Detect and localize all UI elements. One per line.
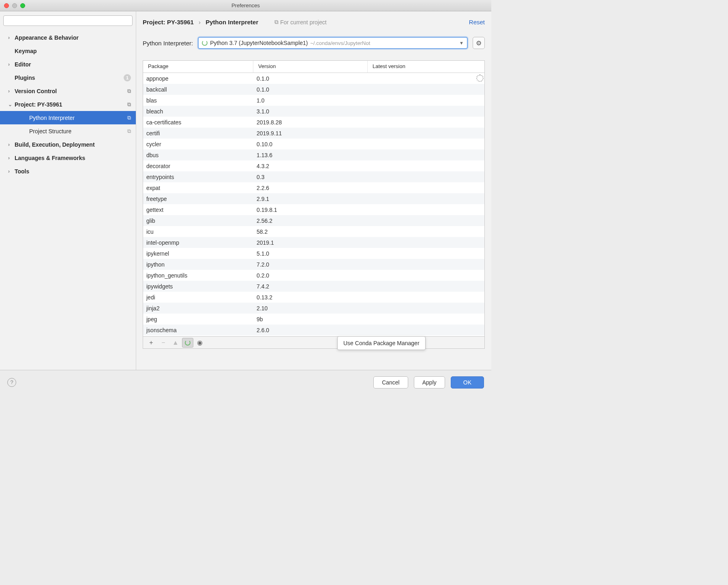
table-row[interactable]: icu58.2 <box>143 226 484 237</box>
badge: 1 <box>124 74 131 81</box>
cell-package: ipython <box>143 261 253 268</box>
table-header: Package Version Latest version <box>143 61 484 73</box>
window-minimize-button[interactable] <box>12 3 17 8</box>
gear-icon: ⚙ <box>476 39 482 47</box>
cell-package: cycler <box>143 141 253 147</box>
help-button[interactable]: ? <box>7 378 16 387</box>
show-early-releases-button[interactable]: ◉ <box>194 338 206 348</box>
sidebar-item-python-interpreter[interactable]: Python Interpreter⧉ <box>0 111 136 124</box>
table-row[interactable]: jupyter1.0.0 <box>143 335 484 336</box>
sidebar-item-build-execution-deployment[interactable]: ›Build, Execution, Deployment <box>0 138 136 151</box>
table-row[interactable]: bleach3.1.0 <box>143 106 484 117</box>
cell-version: 1.0 <box>253 97 368 104</box>
window-zoom-button[interactable] <box>20 3 25 8</box>
apply-button[interactable]: Apply <box>414 376 445 389</box>
sidebar-item-version-control[interactable]: ›Version Control⧉ <box>0 84 136 98</box>
sidebar-item-label: Python Interpreter <box>29 115 75 121</box>
sidebar-tree: ›Appearance & BehaviorKeymap›EditorPlugi… <box>0 29 136 370</box>
sidebar-item-editor[interactable]: ›Editor <box>0 58 136 71</box>
cell-version: 0.13.2 <box>253 294 368 301</box>
cell-version: 0.1.0 <box>253 75 368 82</box>
table-row[interactable]: jpeg9b <box>143 314 484 325</box>
chevron-icon: › <box>8 169 15 174</box>
table-row[interactable]: ipykernel5.1.0 <box>143 248 484 259</box>
packages-table: Package Version Latest version appnope0.… <box>143 60 485 349</box>
cell-version: 0.2.0 <box>253 272 368 279</box>
table-row[interactable]: glib2.56.2 <box>143 215 484 226</box>
cell-version: 2.56.2 <box>253 218 368 224</box>
cell-version: 3.1.0 <box>253 108 368 115</box>
col-version[interactable]: Version <box>253 61 368 73</box>
table-row[interactable]: appnope0.1.0 <box>143 73 484 84</box>
sidebar-item-label: Editor <box>15 61 31 68</box>
cell-package: certifi <box>143 130 253 137</box>
col-package[interactable]: Package <box>143 61 253 73</box>
table-row[interactable]: backcall0.1.0 <box>143 84 484 95</box>
table-row[interactable]: freetype2.9.1 <box>143 193 484 204</box>
loading-indicator-icon <box>476 75 482 80</box>
table-row[interactable]: intel-openmp2019.1 <box>143 237 484 248</box>
table-toolbar: + − ▲ ◉ <box>143 336 484 348</box>
sidebar-item-languages-frameworks[interactable]: ›Languages & Frameworks <box>0 151 136 164</box>
cell-package: gettext <box>143 207 253 213</box>
copy-scope-icon: ⧉ <box>274 19 278 26</box>
copy-scope-icon: ⧉ <box>127 115 131 121</box>
interpreter-dropdown[interactable]: Python 3.7 (JupyterNotebookSample1) ~/.c… <box>198 37 468 49</box>
sidebar-item-label: Appearance & Behavior <box>15 34 79 41</box>
sidebar-item-plugins[interactable]: Plugins1 <box>0 71 136 84</box>
sidebar-item-label: Plugins <box>15 75 35 81</box>
table-row[interactable]: ipython_genutils0.2.0 <box>143 270 484 281</box>
content-panel: Project: PY-35961 › Python Interpreter ⧉… <box>136 11 491 370</box>
sidebar-item-label: Version Control <box>15 88 57 94</box>
ok-button[interactable]: OK <box>451 376 484 389</box>
table-row[interactable]: ipywidgets7.4.2 <box>143 281 484 292</box>
copy-scope-icon: ⧉ <box>127 128 131 135</box>
cell-version: 58.2 <box>253 228 368 235</box>
cancel-button[interactable]: Cancel <box>373 376 408 389</box>
table-row[interactable]: entrypoints0.3 <box>143 171 484 182</box>
use-conda-button[interactable] <box>182 338 193 348</box>
table-row[interactable]: blas1.0 <box>143 95 484 106</box>
table-row[interactable]: certifi2019.9.11 <box>143 128 484 139</box>
table-row[interactable]: decorator4.3.2 <box>143 160 484 171</box>
sidebar-item-label: Tools <box>15 168 29 175</box>
interpreter-label: Python Interpreter: <box>143 40 193 47</box>
add-package-button[interactable]: + <box>146 338 157 348</box>
sidebar: ⌕ ›Appearance & BehaviorKeymap›EditorPlu… <box>0 11 136 370</box>
sidebar-item-tools[interactable]: ›Tools <box>0 164 136 178</box>
chevron-icon: › <box>8 155 15 161</box>
sidebar-item-project-structure[interactable]: Project Structure⧉ <box>0 124 136 138</box>
chevron-icon: › <box>8 62 15 67</box>
loading-spinner-icon <box>202 40 208 46</box>
sidebar-item-project-py-35961[interactable]: ⌄Project: PY-35961⧉ <box>0 98 136 111</box>
reset-link[interactable]: Reset <box>469 19 485 26</box>
cell-version: 2019.9.11 <box>253 130 368 137</box>
interpreter-settings-button[interactable]: ⚙ <box>473 37 485 49</box>
table-row[interactable]: expat2.2.6 <box>143 182 484 193</box>
sidebar-item-keymap[interactable]: Keymap <box>0 44 136 58</box>
search-input[interactable] <box>3 15 133 26</box>
table-row[interactable]: dbus1.13.6 <box>143 149 484 160</box>
table-row[interactable]: gettext0.19.8.1 <box>143 204 484 215</box>
cell-package: backcall <box>143 86 253 93</box>
table-row[interactable]: jinja22.10 <box>143 303 484 314</box>
table-row[interactable]: jedi0.13.2 <box>143 292 484 303</box>
remove-package-button: − <box>158 338 169 348</box>
col-latest[interactable]: Latest version <box>368 61 484 73</box>
conda-icon <box>185 340 191 346</box>
table-row[interactable]: cycler0.10.0 <box>143 139 484 149</box>
cell-version: 2019.8.28 <box>253 119 368 126</box>
sidebar-item-appearance-behavior[interactable]: ›Appearance & Behavior <box>0 31 136 44</box>
sidebar-item-label: Keymap <box>15 48 36 54</box>
window-close-button[interactable] <box>4 3 9 8</box>
sidebar-item-label: Languages & Frameworks <box>15 155 85 161</box>
bottom-bar: ? Cancel Apply OK <box>0 370 491 394</box>
sidebar-item-label: Project: PY-35961 <box>15 101 62 108</box>
upgrade-package-button: ▲ <box>170 338 181 348</box>
copy-scope-icon: ⧉ <box>127 88 131 94</box>
table-row[interactable]: ca-certificates2019.8.28 <box>143 117 484 128</box>
table-row[interactable]: jsonschema2.6.0 <box>143 325 484 335</box>
cell-package: bleach <box>143 108 253 115</box>
table-row[interactable]: ipython7.2.0 <box>143 259 484 270</box>
cell-package: icu <box>143 228 253 235</box>
